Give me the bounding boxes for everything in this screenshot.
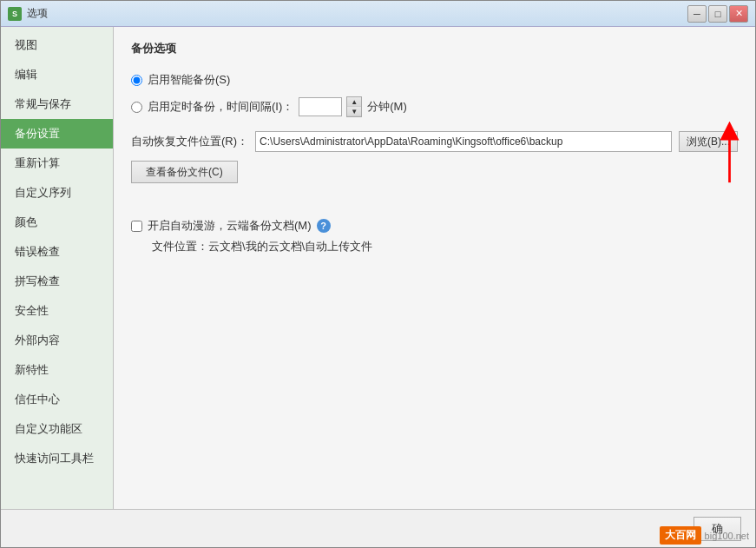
timed-backup-label[interactable]: 启用定时备份，时间间隔(I)： <box>148 99 293 115</box>
cloud-backup-checkbox[interactable] <box>131 221 142 232</box>
sidebar-item-custom-sequence[interactable]: 自定义序列 <box>1 178 113 208</box>
sidebar-item-recalculate[interactable]: 重新计算 <box>1 149 113 178</box>
title-bar: S 选项 ─ □ ✕ <box>1 1 755 27</box>
maximize-button[interactable]: □ <box>708 5 727 23</box>
window-controls: ─ □ ✕ <box>687 5 748 23</box>
smart-backup-row: 启用智能备份(S) <box>131 72 738 88</box>
sidebar-item-spell-check[interactable]: 拼写检查 <box>1 267 113 296</box>
browse-button[interactable]: 浏览(B)... <box>679 131 738 152</box>
sidebar: 视图 编辑 常规与保存 备份设置 重新计算 自定义序列 颜色 错误检查 拼写检查… <box>1 27 114 509</box>
sidebar-item-view[interactable]: 视图 <box>1 30 113 60</box>
dialog-content: 视图 编辑 常规与保存 备份设置 重新计算 自定义序列 颜色 错误检查 拼写检查… <box>1 27 755 509</box>
sidebar-item-edit[interactable]: 编辑 <box>1 60 113 89</box>
bottom-bar: 确 大百网 big100.net <box>1 509 755 547</box>
file-location-row: 文件位置：云文档\我的云文档\自动上传文件 <box>152 239 738 254</box>
minimize-button[interactable]: ─ <box>687 5 707 23</box>
path-row: 自动恢复文件位置(R)： 浏览(B)... <box>131 131 738 152</box>
watermark-logo: 大百网 <box>660 526 701 545</box>
window-title: 选项 <box>27 6 687 21</box>
file-location-text: 文件位置：云文档\我的云文档\自动上传文件 <box>152 240 372 253</box>
timed-backup-row: 启用定时备份，时间间隔(I)： ▲ ▼ 分钟(M) <box>131 96 738 117</box>
path-label: 自动恢复文件位置(R)： <box>131 134 248 149</box>
spinner-down-button[interactable]: ▼ <box>347 107 361 116</box>
svg-text:S: S <box>12 10 17 18</box>
smart-backup-radio[interactable] <box>131 75 142 86</box>
sidebar-item-quick-access[interactable]: 快速访问工具栏 <box>1 444 113 473</box>
sidebar-item-external-content[interactable]: 外部内容 <box>1 326 113 355</box>
sidebar-item-error-check[interactable]: 错误检查 <box>1 237 113 267</box>
close-button[interactable]: ✕ <box>729 5 748 23</box>
cloud-backup-label[interactable]: 开启自动漫游，云端备份文档(M) <box>148 218 312 234</box>
sidebar-item-customize-ribbon[interactable]: 自定义功能区 <box>1 414 113 444</box>
app-icon: S <box>8 7 22 21</box>
sidebar-item-general-save[interactable]: 常规与保存 <box>1 89 113 119</box>
main-panel: 备份选项 启用智能备份(S) 启用定时备份，时间间隔(I)： ▲ <box>114 27 755 509</box>
watermark: 大百网 big100.net <box>660 526 749 545</box>
view-files-container: 查看备份文件(C) <box>131 161 738 201</box>
cloud-backup-row: 开启自动漫游，云端备份文档(M) ? <box>131 218 738 234</box>
section-title: 备份选项 <box>131 41 738 60</box>
watermark-url: big100.net <box>705 531 749 541</box>
backup-options-group: 启用智能备份(S) 启用定时备份，时间间隔(I)： ▲ ▼ 分钟(M) <box>131 72 738 117</box>
timed-backup-unit: 分钟(M) <box>367 99 407 115</box>
sidebar-item-new-features[interactable]: 新特性 <box>1 355 113 385</box>
smart-backup-label[interactable]: 启用智能备份(S) <box>148 72 230 88</box>
view-files-button[interactable]: 查看备份文件(C) <box>131 161 238 183</box>
path-input[interactable] <box>255 131 672 152</box>
sidebar-item-trust-center[interactable]: 信任中心 <box>1 385 113 414</box>
timed-backup-input[interactable] <box>299 97 342 116</box>
spinner-up-button[interactable]: ▲ <box>347 97 361 107</box>
sidebar-item-security[interactable]: 安全性 <box>1 296 113 326</box>
spinner-controls: ▲ ▼ <box>346 96 362 117</box>
info-icon[interactable]: ? <box>317 219 331 233</box>
sidebar-item-backup-settings[interactable]: 备份设置 <box>1 119 113 149</box>
sidebar-item-color[interactable]: 颜色 <box>1 208 113 237</box>
timed-backup-radio[interactable] <box>131 102 142 113</box>
